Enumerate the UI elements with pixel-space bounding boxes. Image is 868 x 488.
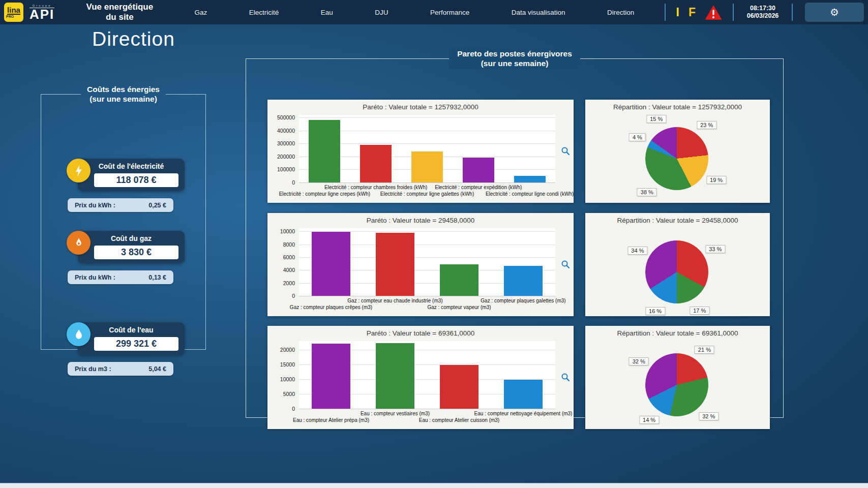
water-cost-value[interactable]: 299 321 € bbox=[94, 337, 178, 351]
costs-legend-line2: (sur une semaine) bbox=[87, 94, 160, 104]
y-axis-tick-label: 200000 bbox=[270, 154, 295, 160]
water-chart-row: Paréto : Valeur totale = 69361,000005000… bbox=[246, 326, 783, 429]
y-axis-tick-label: 10000 bbox=[270, 228, 295, 234]
header-divider bbox=[733, 4, 734, 21]
nav-item-gaz[interactable]: Gaz bbox=[192, 7, 211, 18]
magnifier-icon[interactable] bbox=[561, 146, 570, 158]
pareto-legend-line1: Pareto des postes énergivores bbox=[457, 49, 572, 58]
gas-cost-card: Coût du gaz 3 830 € Prix du kWh : 0,13 € bbox=[67, 231, 189, 263]
indicator-f[interactable]: F bbox=[689, 6, 696, 19]
magnifier-icon[interactable] bbox=[561, 260, 570, 271]
pie-percent-label: 23 % bbox=[697, 121, 716, 129]
gas-pareto-bar-panel: Paréto : Valeur totale = 29458,000002000… bbox=[267, 213, 574, 316]
flame-icon bbox=[67, 231, 91, 255]
gear-icon[interactable]: ⚙ bbox=[805, 3, 864, 22]
chart-title: Paréto : Valeur totale = 69361,0000 bbox=[267, 329, 574, 337]
electricity-cost-value[interactable]: 118 078 € bbox=[94, 173, 178, 187]
costs-panel-legend: Coûts des énergies (sur une semaine) bbox=[81, 84, 166, 104]
y-axis-tick-label: 15000 bbox=[270, 361, 295, 368]
x-axis-label: Electricité : compteur ligne crepes (kWh… bbox=[279, 191, 371, 197]
gas-cost-title: Coût du gaz bbox=[78, 231, 185, 242]
y-axis-tick-label: 500000 bbox=[270, 114, 295, 120]
gas-chart-row: Paréto : Valeur totale = 29458,000002000… bbox=[246, 213, 783, 316]
pareto-bar bbox=[440, 365, 478, 409]
x-axis-label: Eau : compteur Atelier prépa (m3) bbox=[293, 417, 369, 423]
nav-item-direction[interactable]: Direction bbox=[604, 7, 637, 18]
y-axis-tick-label: 0 bbox=[270, 406, 295, 412]
pareto-bar bbox=[463, 158, 494, 182]
clock: 08:17:30 06/03/2026 bbox=[740, 5, 786, 20]
pareto-bar bbox=[312, 344, 350, 409]
pie-percent-label: 16 % bbox=[645, 307, 665, 315]
gas-price-value: 0,13 € bbox=[148, 274, 166, 281]
electricity-price-pill: Prix du kWh : 0,25 € bbox=[68, 198, 173, 212]
gas-cost-box: Coût du gaz 3 830 € bbox=[78, 231, 185, 263]
gas-cost-value[interactable]: 3 830 € bbox=[94, 246, 178, 259]
warning-triangle-icon[interactable] bbox=[704, 5, 723, 20]
y-axis-tick-label: 6000 bbox=[270, 254, 295, 260]
water-price-pill: Prix du m3 : 5,04 € bbox=[68, 362, 173, 376]
lina-pro-text: PRO bbox=[6, 15, 14, 18]
pie-percent-label: 32 % bbox=[629, 357, 649, 365]
x-axis-label: Eau : compteur Atelier cuisson (m3) bbox=[419, 417, 499, 423]
page: lina PRO Groupe API Vue energétique du s… bbox=[0, 0, 868, 488]
pie-chart bbox=[645, 240, 708, 303]
y-axis-tick-label: 100000 bbox=[270, 166, 295, 172]
pareto-panel-legend: Pareto des postes énergivores (sur une s… bbox=[449, 48, 580, 69]
pareto-bar bbox=[440, 264, 478, 296]
y-axis-tick-label: 4000 bbox=[270, 267, 295, 273]
water-drop-icon bbox=[67, 322, 91, 346]
top-nav-bar: lina PRO Groupe API Vue energétique du s… bbox=[0, 0, 868, 24]
pie-percent-label: 21 % bbox=[695, 346, 714, 354]
electricity-pie-panel: Répartition : Valeur totale = 1257932,00… bbox=[585, 100, 770, 203]
gas-pie-panel: Répartition : Valeur totale = 29458,0000… bbox=[585, 213, 770, 316]
y-axis-tick-label: 20000 bbox=[270, 347, 295, 353]
header-divider bbox=[665, 4, 666, 21]
pie-chart bbox=[645, 353, 708, 416]
water-pie-panel: Répartition : Valeur totale = 69361,0000… bbox=[585, 326, 770, 429]
x-axis-label: Electricité : compteur ligne condi (kWh) bbox=[486, 191, 574, 197]
main-nav: GazElectricitéEauDJUPerformanceData visu… bbox=[173, 7, 655, 18]
x-axis-label: Gaz : compteur eau chaude industrie (m3) bbox=[347, 298, 442, 303]
time-text: 08:17:30 bbox=[740, 5, 786, 12]
pie-percent-label: 14 % bbox=[639, 416, 659, 424]
y-axis-tick-label: 0 bbox=[270, 293, 295, 299]
y-axis-tick-label: 5000 bbox=[270, 391, 295, 397]
pareto-bar bbox=[360, 145, 392, 182]
groupe-api-logo: Groupe API bbox=[29, 4, 54, 20]
electricity-pareto-bar-panel: Paréto : Valeur totale = 1257932,0000010… bbox=[267, 100, 574, 203]
lina-pro-logo: lina PRO bbox=[4, 3, 23, 22]
pareto-bar bbox=[504, 380, 543, 409]
indicator-i[interactable]: I bbox=[676, 6, 679, 19]
x-axis-label: Electricité : compteur ligne galettes (k… bbox=[380, 191, 474, 197]
bottom-bar bbox=[0, 483, 868, 488]
water-cost-box: Coût de l'eau 299 321 € bbox=[78, 322, 185, 355]
y-axis-tick-label: 400000 bbox=[270, 128, 295, 134]
costs-panel: Coûts des énergies (sur une semaine) Coû… bbox=[41, 84, 206, 350]
site-title-line1: Vue energétique bbox=[69, 2, 170, 12]
magnifier-icon[interactable] bbox=[561, 373, 570, 384]
x-axis-label: Gaz : compteur vapeur (m3) bbox=[427, 304, 491, 310]
electricity-price-value: 0,25 € bbox=[148, 202, 166, 209]
pie-percent-label: 33 % bbox=[705, 245, 725, 253]
chart-title: Répartition : Valeur totale = 29458,0000 bbox=[585, 217, 770, 224]
pie-percent-label: 17 % bbox=[690, 307, 709, 315]
header-divider bbox=[792, 4, 793, 21]
pareto-bar bbox=[312, 232, 350, 296]
nav-item-electricite[interactable]: Electricité bbox=[246, 7, 282, 18]
chart-title: Répartition : Valeur totale = 1257932,00… bbox=[585, 103, 770, 111]
nav-item-eau[interactable]: Eau bbox=[318, 7, 336, 18]
site-title: Vue energétique du site bbox=[69, 2, 170, 22]
date-text: 06/03/2026 bbox=[740, 12, 786, 20]
site-title-line2: du site bbox=[69, 12, 170, 22]
x-axis-label: Electricité : compteur chambres froides … bbox=[324, 185, 427, 190]
pareto-panel: Pareto des postes énergivores (sur une s… bbox=[246, 48, 784, 418]
gas-price-pill: Prix du kWh : 0,13 € bbox=[68, 270, 173, 284]
nav-item-performance[interactable]: Performance bbox=[427, 7, 472, 18]
pareto-legend-line2: (sur une semaine) bbox=[457, 58, 572, 68]
nav-item-data-visualisation[interactable]: Data visualisation bbox=[508, 7, 568, 18]
nav-item-dju[interactable]: DJU bbox=[372, 7, 391, 18]
y-axis-tick-label: 10000 bbox=[270, 376, 295, 382]
electricity-cost-card: Coût de l'électricité 118 078 € Prix du … bbox=[67, 159, 189, 191]
y-axis-tick-label: 300000 bbox=[270, 140, 295, 146]
